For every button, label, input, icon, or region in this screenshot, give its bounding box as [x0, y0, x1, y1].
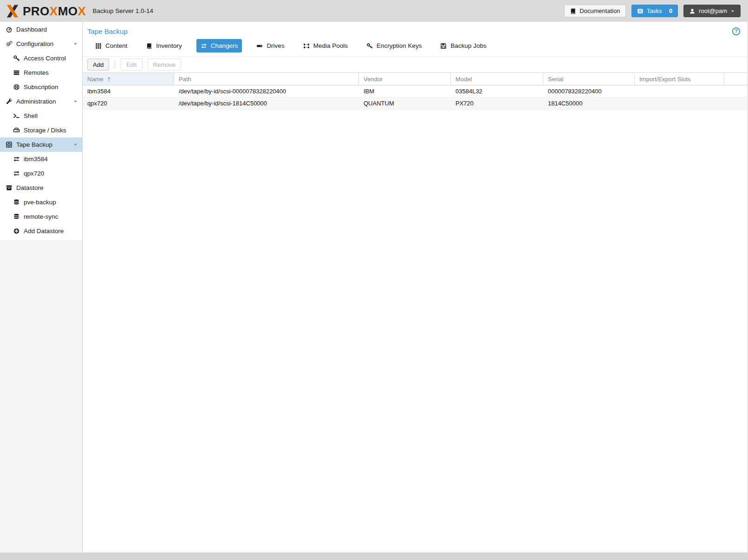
table-header-filler	[724, 73, 748, 85]
table-row-qpx720[interactable]: qpx720/dev/tape/by-id/scsi-1814C50000QUA…	[83, 98, 748, 110]
cell-path: /dev/tape/by-id/scsi-1814C50000	[174, 98, 359, 109]
brand-word-part: X	[50, 4, 58, 18]
tasks-button[interactable]: Tasks 0	[631, 5, 678, 17]
sidebar-item-storage-disks[interactable]: Storage / Disks	[0, 123, 82, 137]
product-version: Backup Server 1.0-14	[92, 7, 153, 14]
sidebar-item-ibm3584[interactable]: ibm3584	[0, 152, 82, 166]
column-header-label: Model	[455, 76, 472, 83]
tab-label: Backup Jobs	[450, 42, 486, 49]
table-row-ibm3584[interactable]: ibm3584/dev/tape/by-id/scsi-000007832822…	[83, 85, 748, 98]
cell-name: qpx720	[83, 98, 174, 109]
page-title: Tape Backup	[87, 27, 128, 35]
table-header-row: NamePathVendorModelSerialImport/Export S…	[83, 73, 748, 85]
column-header-model[interactable]: Model	[451, 73, 543, 85]
tab-encryption-keys[interactable]: Encryption Keys	[362, 39, 426, 52]
sidebar-item-label: qpx720	[24, 170, 44, 177]
edit-button[interactable]: Edit	[121, 59, 142, 71]
key-icon	[366, 43, 373, 49]
proxmox-x-logo-icon	[5, 4, 20, 19]
cell-vendor: IBM	[359, 85, 451, 97]
column-header-label: Name	[87, 76, 104, 83]
column-header-vendor[interactable]: Vendor	[359, 73, 451, 85]
column-header-label: Vendor	[364, 76, 383, 83]
proxmox-logo: PROXMOX	[5, 4, 86, 19]
table-body: ibm3584/dev/tape/by-id/scsi-000007832822…	[83, 85, 748, 110]
task-list-icon	[637, 8, 644, 14]
tab-label: Encryption Keys	[377, 42, 422, 49]
key-icon	[13, 55, 20, 62]
sidebar-item-access-control[interactable]: Access Control	[0, 51, 82, 65]
column-header-serial[interactable]: Serial	[543, 73, 635, 85]
object-group-icon	[303, 43, 310, 49]
help-icon[interactable]: ?	[732, 27, 741, 36]
datastore-icon	[6, 184, 13, 191]
user-label: root@pam	[699, 7, 727, 14]
sidebar-item-subscription[interactable]: Subscription	[0, 80, 82, 94]
sidebar-item-label: Storage / Disks	[24, 127, 66, 134]
changers-table: NamePathVendorModelSerialImport/Export S…	[83, 72, 748, 110]
plus-circle-icon	[13, 228, 20, 234]
tab-drives[interactable]: Drives	[252, 39, 288, 52]
user-menu-button[interactable]: root@pam	[683, 5, 741, 17]
book-icon	[570, 8, 576, 14]
book-icon	[146, 43, 152, 49]
cell-import-export-slots	[635, 98, 724, 109]
tab-content[interactable]: Content	[91, 39, 131, 52]
drive-icon	[256, 43, 263, 49]
tab-label: Content	[105, 42, 127, 49]
database-icon	[13, 213, 20, 220]
chevron-down-icon	[73, 142, 78, 147]
terminal-icon	[13, 112, 20, 119]
tab-media-pools[interactable]: Media Pools	[299, 39, 352, 52]
header-actions: Documentation Tasks 0 root@pam	[564, 5, 741, 17]
remotes-icon	[13, 69, 20, 76]
sidebar-item-remotes[interactable]: Remotes	[0, 65, 82, 80]
cell-model: 03584L32	[451, 85, 543, 97]
cell-path: /dev/tape/by-id/scsi-0000078328220400	[174, 85, 359, 97]
exchange-icon	[201, 43, 207, 49]
sidebar-item-qpx720[interactable]: qpx720	[0, 166, 82, 181]
tab-backup-jobs[interactable]: Backup Jobs	[436, 39, 490, 52]
tab-bar: ContentInventoryChangersDrivesMedia Pool…	[83, 37, 748, 56]
sidebar-item-tape-backup[interactable]: Tape Backup	[0, 137, 82, 152]
cell-vendor: QUANTUM	[359, 98, 451, 109]
tab-changers[interactable]: Changers	[196, 39, 242, 52]
cell-serial: 0000078328220400	[543, 85, 635, 97]
cell-serial: 1814C50000	[543, 98, 635, 109]
sidebar-item-configuration[interactable]: Configuration	[0, 37, 82, 51]
column-header-name[interactable]: Name	[83, 73, 174, 85]
sidebar-nav: DashboardConfigurationAccess ControlRemo…	[0, 22, 83, 553]
tab-label: Changers	[211, 42, 238, 49]
sidebar-item-datastore[interactable]: Datastore	[0, 181, 82, 195]
exchange-icon	[13, 156, 20, 163]
documentation-button[interactable]: Documentation	[564, 5, 625, 17]
tab-inventory[interactable]: Inventory	[142, 39, 186, 52]
sidebar-item-dashboard[interactable]: Dashboard	[0, 22, 82, 37]
sidebar-item-label: Configuration	[16, 40, 53, 47]
tasks-label: Tasks	[647, 7, 662, 14]
sidebar-item-label: Subscription	[24, 84, 58, 91]
tape-icon	[6, 141, 13, 148]
sidebar-item-label: Access Control	[24, 55, 66, 62]
column-header-path[interactable]: Path	[174, 73, 359, 85]
sidebar-tree: DashboardConfigurationAccess ControlRemo…	[0, 22, 82, 240]
column-header-label: Path	[179, 76, 191, 83]
column-header-import-export-slots[interactable]: Import/Export Slots	[635, 73, 724, 85]
wrench-icon	[6, 98, 13, 105]
sidebar-item-pve-backup[interactable]: pve-backup	[0, 195, 82, 209]
top-header-bar: PROXMOX Backup Server 1.0-14 Documentati…	[0, 0, 748, 22]
sidebar-item-shell[interactable]: Shell	[0, 109, 82, 123]
remove-button[interactable]: Remove	[148, 59, 181, 71]
sidebar-item-administration[interactable]: Administration	[0, 94, 82, 109]
brand-wordmark: PROXMOX	[23, 5, 86, 17]
brand-word-part: X	[78, 4, 86, 18]
toolbar-separator	[115, 60, 115, 69]
add-button[interactable]: Add	[87, 59, 109, 71]
tab-label: Drives	[267, 42, 284, 49]
sidebar-item-remote-sync[interactable]: remote-sync	[0, 209, 82, 224]
grid-icon	[95, 43, 102, 49]
tab-label: Inventory	[156, 42, 182, 49]
save-icon	[440, 43, 447, 49]
sidebar-item-add-datastore[interactable]: Add Datastore	[0, 224, 82, 238]
sidebar-item-label: Administration	[16, 98, 56, 105]
